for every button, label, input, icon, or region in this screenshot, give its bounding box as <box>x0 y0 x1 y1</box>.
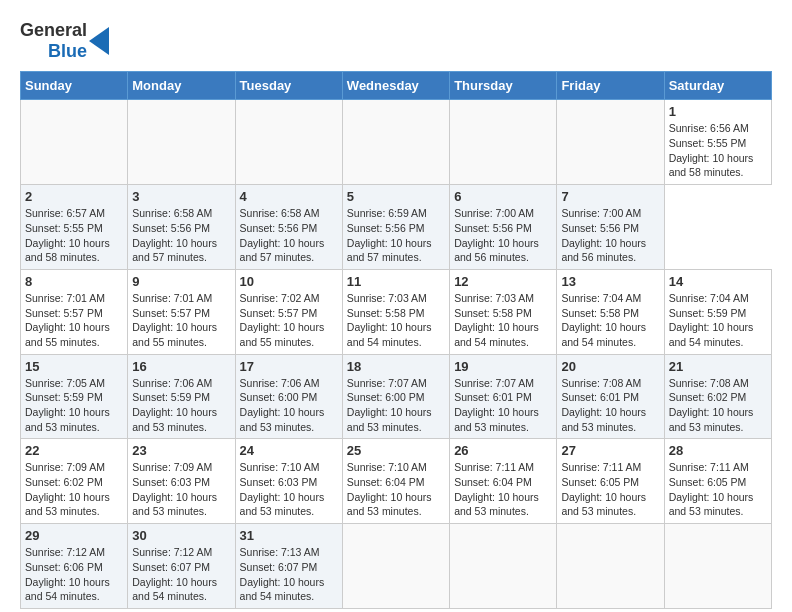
header-tuesday: Tuesday <box>235 72 342 100</box>
empty-cell <box>450 524 557 609</box>
day-info: Sunrise: 7:04 AMSunset: 5:58 PMDaylight:… <box>561 291 659 350</box>
calendar-day-cell: 31 Sunrise: 7:13 AMSunset: 6:07 PMDaylig… <box>235 524 342 609</box>
calendar-day-cell: 26 Sunrise: 7:11 AMSunset: 6:04 PMDaylig… <box>450 439 557 524</box>
logo: General Blue <box>20 20 109 61</box>
day-info: Sunrise: 7:01 AMSunset: 5:57 PMDaylight:… <box>132 291 230 350</box>
header-thursday: Thursday <box>450 72 557 100</box>
calendar-day-cell: 27 Sunrise: 7:11 AMSunset: 6:05 PMDaylig… <box>557 439 664 524</box>
calendar-day-cell: 18 Sunrise: 7:07 AMSunset: 6:00 PMDaylig… <box>342 354 449 439</box>
day-info: Sunrise: 7:07 AMSunset: 6:00 PMDaylight:… <box>347 376 445 435</box>
day-number: 21 <box>669 359 767 374</box>
empty-cell <box>557 100 664 185</box>
day-number: 24 <box>240 443 338 458</box>
day-number: 10 <box>240 274 338 289</box>
day-info: Sunrise: 7:00 AMSunset: 5:56 PMDaylight:… <box>561 206 659 265</box>
day-number: 16 <box>132 359 230 374</box>
day-info: Sunrise: 7:12 AMSunset: 6:07 PMDaylight:… <box>132 545 230 604</box>
day-info: Sunrise: 6:58 AMSunset: 5:56 PMDaylight:… <box>132 206 230 265</box>
day-info: Sunrise: 7:10 AMSunset: 6:03 PMDaylight:… <box>240 460 338 519</box>
calendar-day-cell: 9 Sunrise: 7:01 AMSunset: 5:57 PMDayligh… <box>128 269 235 354</box>
calendar-week-row: 22 Sunrise: 7:09 AMSunset: 6:02 PMDaylig… <box>21 439 772 524</box>
day-number: 25 <box>347 443 445 458</box>
day-info: Sunrise: 7:01 AMSunset: 5:57 PMDaylight:… <box>25 291 123 350</box>
day-info: Sunrise: 7:10 AMSunset: 6:04 PMDaylight:… <box>347 460 445 519</box>
day-number: 20 <box>561 359 659 374</box>
day-info: Sunrise: 7:05 AMSunset: 5:59 PMDaylight:… <box>25 376 123 435</box>
day-info: Sunrise: 6:58 AMSunset: 5:56 PMDaylight:… <box>240 206 338 265</box>
svg-marker-0 <box>89 27 109 55</box>
day-number: 17 <box>240 359 338 374</box>
day-number: 26 <box>454 443 552 458</box>
day-info: Sunrise: 7:06 AMSunset: 6:00 PMDaylight:… <box>240 376 338 435</box>
day-number: 1 <box>669 104 767 119</box>
header-saturday: Saturday <box>664 72 771 100</box>
day-number: 11 <box>347 274 445 289</box>
day-info: Sunrise: 7:08 AMSunset: 6:01 PMDaylight:… <box>561 376 659 435</box>
day-info: Sunrise: 7:03 AMSunset: 5:58 PMDaylight:… <box>347 291 445 350</box>
header-sunday: Sunday <box>21 72 128 100</box>
day-info: Sunrise: 7:00 AMSunset: 5:56 PMDaylight:… <box>454 206 552 265</box>
calendar-day-cell: 2 Sunrise: 6:57 AMSunset: 5:55 PMDayligh… <box>21 185 128 270</box>
calendar-day-cell: 3 Sunrise: 6:58 AMSunset: 5:56 PMDayligh… <box>128 185 235 270</box>
day-info: Sunrise: 7:11 AMSunset: 6:05 PMDaylight:… <box>561 460 659 519</box>
day-number: 28 <box>669 443 767 458</box>
day-number: 12 <box>454 274 552 289</box>
day-number: 29 <box>25 528 123 543</box>
day-number: 5 <box>347 189 445 204</box>
calendar-day-cell: 15 Sunrise: 7:05 AMSunset: 5:59 PMDaylig… <box>21 354 128 439</box>
calendar-day-cell: 1 Sunrise: 6:56 AMSunset: 5:55 PMDayligh… <box>664 100 771 185</box>
day-number: 4 <box>240 189 338 204</box>
day-info: Sunrise: 7:06 AMSunset: 5:59 PMDaylight:… <box>132 376 230 435</box>
day-number: 6 <box>454 189 552 204</box>
day-info: Sunrise: 7:03 AMSunset: 5:58 PMDaylight:… <box>454 291 552 350</box>
calendar-day-cell: 5 Sunrise: 6:59 AMSunset: 5:56 PMDayligh… <box>342 185 449 270</box>
header-friday: Friday <box>557 72 664 100</box>
day-number: 14 <box>669 274 767 289</box>
calendar-week-row: 15 Sunrise: 7:05 AMSunset: 5:59 PMDaylig… <box>21 354 772 439</box>
day-number: 31 <box>240 528 338 543</box>
calendar-day-cell: 8 Sunrise: 7:01 AMSunset: 5:57 PMDayligh… <box>21 269 128 354</box>
day-number: 2 <box>25 189 123 204</box>
day-info: Sunrise: 7:09 AMSunset: 6:03 PMDaylight:… <box>132 460 230 519</box>
day-info: Sunrise: 7:09 AMSunset: 6:02 PMDaylight:… <box>25 460 123 519</box>
day-info: Sunrise: 7:02 AMSunset: 5:57 PMDaylight:… <box>240 291 338 350</box>
calendar-day-cell: 24 Sunrise: 7:10 AMSunset: 6:03 PMDaylig… <box>235 439 342 524</box>
day-number: 30 <box>132 528 230 543</box>
calendar-day-cell: 23 Sunrise: 7:09 AMSunset: 6:03 PMDaylig… <box>128 439 235 524</box>
day-number: 15 <box>25 359 123 374</box>
empty-cell <box>128 100 235 185</box>
day-number: 23 <box>132 443 230 458</box>
calendar-day-cell: 19 Sunrise: 7:07 AMSunset: 6:01 PMDaylig… <box>450 354 557 439</box>
calendar-day-cell: 22 Sunrise: 7:09 AMSunset: 6:02 PMDaylig… <box>21 439 128 524</box>
calendar-header-row: SundayMondayTuesdayWednesdayThursdayFrid… <box>21 72 772 100</box>
empty-cell <box>235 100 342 185</box>
day-info: Sunrise: 7:04 AMSunset: 5:59 PMDaylight:… <box>669 291 767 350</box>
day-number: 27 <box>561 443 659 458</box>
day-info: Sunrise: 7:11 AMSunset: 6:05 PMDaylight:… <box>669 460 767 519</box>
calendar-table: SundayMondayTuesdayWednesdayThursdayFrid… <box>20 71 772 609</box>
empty-cell <box>450 100 557 185</box>
logo-arrow-icon <box>89 27 109 55</box>
day-number: 3 <box>132 189 230 204</box>
day-number: 7 <box>561 189 659 204</box>
day-number: 18 <box>347 359 445 374</box>
calendar-day-cell: 6 Sunrise: 7:00 AMSunset: 5:56 PMDayligh… <box>450 185 557 270</box>
calendar-day-cell: 10 Sunrise: 7:02 AMSunset: 5:57 PMDaylig… <box>235 269 342 354</box>
calendar-week-row: 1 Sunrise: 6:56 AMSunset: 5:55 PMDayligh… <box>21 100 772 185</box>
calendar-day-cell: 4 Sunrise: 6:58 AMSunset: 5:56 PMDayligh… <box>235 185 342 270</box>
logo-text-blue: Blue <box>48 41 87 62</box>
calendar-week-row: 29 Sunrise: 7:12 AMSunset: 6:06 PMDaylig… <box>21 524 772 609</box>
day-info: Sunrise: 7:07 AMSunset: 6:01 PMDaylight:… <box>454 376 552 435</box>
day-number: 22 <box>25 443 123 458</box>
calendar-week-row: 8 Sunrise: 7:01 AMSunset: 5:57 PMDayligh… <box>21 269 772 354</box>
logo-text-general: General <box>20 20 87 41</box>
day-number: 8 <box>25 274 123 289</box>
day-info: Sunrise: 7:12 AMSunset: 6:06 PMDaylight:… <box>25 545 123 604</box>
calendar-day-cell: 12 Sunrise: 7:03 AMSunset: 5:58 PMDaylig… <box>450 269 557 354</box>
day-number: 13 <box>561 274 659 289</box>
logo-graphic: General Blue <box>20 20 109 61</box>
calendar-day-cell: 28 Sunrise: 7:11 AMSunset: 6:05 PMDaylig… <box>664 439 771 524</box>
empty-cell <box>342 524 449 609</box>
calendar-day-cell: 25 Sunrise: 7:10 AMSunset: 6:04 PMDaylig… <box>342 439 449 524</box>
empty-cell <box>557 524 664 609</box>
